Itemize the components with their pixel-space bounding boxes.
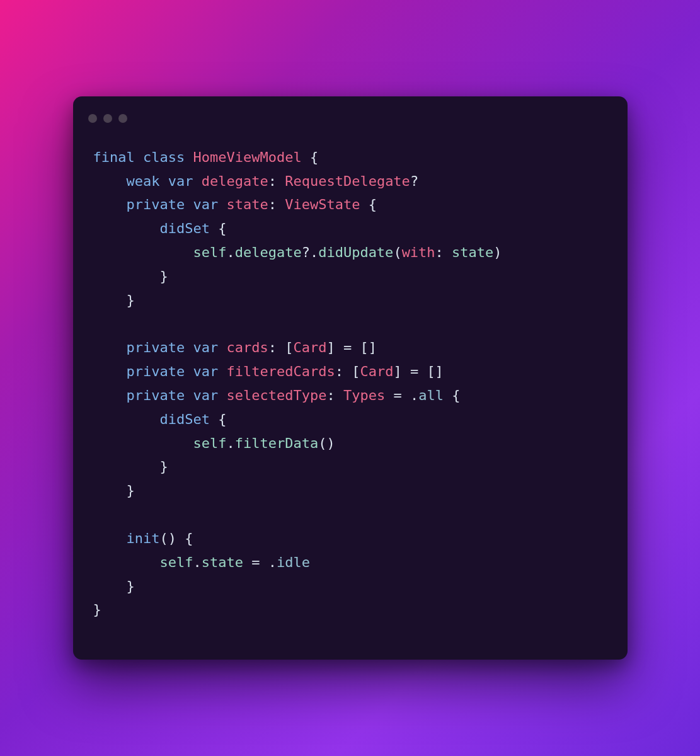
equals: =	[251, 554, 260, 570]
paren-open: (	[318, 435, 326, 451]
paren-open: (	[393, 244, 401, 260]
colon: :	[268, 197, 277, 212]
keyword-var: var	[193, 364, 218, 379]
keyword-final: final	[93, 149, 135, 165]
paren-close: )	[493, 244, 502, 260]
traffic-light-zoom-icon[interactable]	[118, 114, 127, 123]
property-selectedtype: selectedType	[226, 387, 326, 403]
paren-open: (	[159, 530, 168, 546]
enum-all: all	[418, 387, 444, 403]
property-delegate: delegate	[202, 173, 268, 189]
enum-idle: idle	[277, 554, 310, 570]
keyword-didset: didSet	[159, 220, 209, 236]
class-name: HomeViewModel	[193, 149, 301, 165]
method-filterdata: filterData	[235, 435, 318, 451]
traffic-light-close-icon[interactable]	[88, 114, 97, 123]
type-types: Types	[343, 387, 385, 403]
keyword-var: var	[193, 340, 218, 355]
brace-open: {	[218, 220, 226, 236]
bracket-open: [	[352, 364, 360, 379]
type-request-delegate: RequestDelegate	[285, 173, 410, 189]
brace-close: }	[93, 602, 101, 617]
empty-array: []	[360, 340, 377, 355]
method-didupdate: didUpdate	[318, 244, 393, 260]
type-view-state: ViewState	[285, 197, 360, 212]
member-delegate: delegate	[235, 244, 302, 260]
dot: .	[310, 244, 318, 260]
brace-open: {	[185, 530, 193, 546]
brace-close: }	[126, 578, 134, 594]
property-cards: cards	[226, 340, 268, 355]
window-titlebar	[73, 112, 628, 135]
keyword-class: class	[143, 149, 185, 165]
keyword-weak: weak	[126, 173, 159, 189]
keyword-private: private	[126, 387, 185, 403]
traffic-light-minimize-icon[interactable]	[103, 114, 112, 123]
brace-close: }	[159, 268, 168, 284]
equals: =	[393, 387, 401, 403]
question-mark: ?	[410, 173, 418, 189]
bracket-close: ]	[393, 364, 401, 379]
property-filteredcards: filteredCards	[226, 364, 335, 379]
brace-close: }	[159, 459, 168, 474]
bracket-close: ]	[326, 340, 335, 355]
colon: :	[268, 173, 277, 189]
type-card: Card	[293, 340, 326, 355]
keyword-var: var	[193, 387, 218, 403]
question-mark: ?	[302, 244, 310, 260]
colon: :	[435, 244, 444, 260]
brace-open: {	[310, 149, 318, 165]
property-state: state	[226, 197, 268, 212]
keyword-self: self	[193, 244, 226, 260]
dot: .	[268, 554, 277, 570]
dot: .	[193, 554, 201, 570]
type-card: Card	[360, 364, 393, 379]
equals: =	[343, 340, 352, 355]
dot: .	[410, 387, 418, 403]
brace-open: {	[452, 387, 460, 403]
keyword-didset: didSet	[159, 411, 209, 427]
arg-state: state	[452, 244, 493, 260]
keyword-self: self	[159, 554, 193, 570]
empty-array: []	[427, 364, 444, 379]
arg-label-with: with	[402, 244, 435, 260]
brace-open: {	[369, 197, 377, 212]
paren-close: )	[168, 530, 176, 546]
keyword-var: var	[193, 197, 218, 212]
brace-close: }	[126, 292, 134, 308]
keyword-init: init	[126, 530, 159, 546]
keyword-var: var	[168, 173, 193, 189]
colon: :	[326, 387, 335, 403]
keyword-private: private	[126, 340, 185, 355]
paren-close: )	[326, 435, 335, 451]
keyword-self: self	[193, 435, 226, 451]
brace-close: }	[126, 483, 134, 498]
dot: .	[226, 244, 234, 260]
equals: =	[410, 364, 418, 379]
code-block: final class HomeViewModel { weak var del…	[73, 135, 628, 622]
keyword-private: private	[126, 197, 185, 212]
colon: :	[268, 340, 277, 355]
colon: :	[335, 364, 343, 379]
keyword-private: private	[126, 364, 185, 379]
bracket-open: [	[285, 340, 293, 355]
dot: .	[226, 435, 234, 451]
brace-open: {	[218, 411, 226, 427]
code-window: final class HomeViewModel { weak var del…	[73, 96, 628, 660]
member-state: state	[202, 554, 243, 570]
